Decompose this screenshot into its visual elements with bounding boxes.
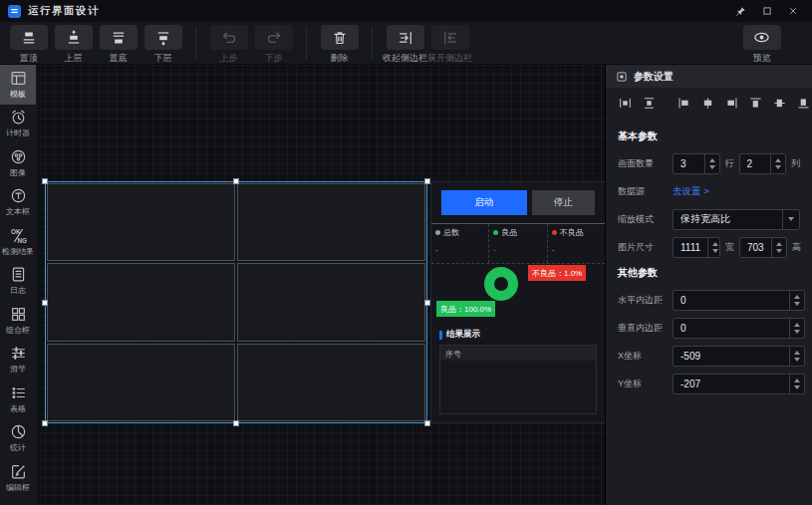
align-bottom-icon[interactable] [797, 97, 810, 110]
datasource-settings-link[interactable]: 去设置 > [673, 185, 709, 198]
y-coordinate-spinner[interactable] [789, 375, 804, 393]
rows-stepper[interactable]: 3 [673, 153, 720, 174]
image-height-spinner[interactable] [771, 238, 786, 257]
selected-template-element[interactable] [45, 181, 427, 423]
image-width-spinner[interactable] [707, 238, 722, 257]
start-button[interactable]: 启动 [441, 190, 527, 215]
resize-handle-nw[interactable] [42, 178, 48, 184]
spin-up-icon[interactable] [794, 351, 800, 355]
align-center-horizontal-icon[interactable] [701, 97, 714, 110]
preview-button[interactable]: 预览 [739, 25, 784, 65]
spin-down-icon[interactable] [775, 165, 781, 169]
x-coordinate-spinner[interactable] [789, 347, 804, 366]
align-center-vertical-icon[interactable] [773, 97, 786, 110]
spin-down-icon[interactable] [794, 385, 800, 389]
spin-down-icon[interactable] [794, 330, 800, 334]
sidebar-item-text-box[interactable]: 文本框 [0, 183, 36, 223]
spin-up-icon[interactable] [775, 158, 781, 162]
template-cell[interactable] [47, 183, 235, 261]
sidebar-item-statistics[interactable]: 统计 [0, 419, 36, 459]
template-cell[interactable] [237, 344, 425, 421]
layer-down-label: 下层 [154, 52, 172, 65]
sidebar-item-detection-result[interactable]: OKNG 检测结果 [0, 222, 36, 262]
bring-to-front-icon [10, 25, 48, 50]
template-cell[interactable] [47, 263, 235, 341]
image-width-stepper[interactable]: 1111 [673, 237, 720, 258]
run-control-widget[interactable]: 启动 停止 总数 - 良品 - 不良品 - [430, 181, 606, 423]
sidebar-item-slider[interactable]: 滑竿 [0, 341, 36, 380]
sidebar-item-output-box[interactable] [0, 498, 36, 505]
undo-button[interactable]: 上步 [206, 25, 251, 65]
expand-sidebar-button[interactable]: 展开侧边栏 [427, 25, 472, 65]
bring-to-front-button[interactable]: 置顶 [6, 25, 51, 65]
sidebar-item-timer[interactable]: 计时器 [0, 105, 36, 144]
spin-up-icon[interactable] [794, 295, 800, 299]
close-icon[interactable] [788, 6, 798, 16]
spin-down-icon[interactable] [709, 165, 715, 169]
image-height-stepper[interactable]: 703 [739, 237, 787, 258]
resize-handle-e[interactable] [424, 300, 430, 306]
spin-up-icon[interactable] [794, 379, 800, 382]
stat-label: 总数 [443, 227, 459, 238]
resize-handle-ne[interactable] [424, 178, 430, 184]
sidebar-item-label: 文本框 [6, 206, 30, 217]
align-top-icon[interactable] [749, 97, 762, 110]
spin-up-icon[interactable] [776, 242, 782, 246]
stop-button[interactable]: 停止 [532, 190, 595, 215]
delete-label: 删除 [331, 52, 349, 65]
x-coordinate-stepper[interactable]: -509 [673, 346, 805, 367]
resize-handle-s[interactable] [233, 420, 239, 426]
redo-button[interactable]: 下步 [251, 25, 296, 65]
rows-spinner[interactable] [704, 154, 719, 173]
v-padding-spinner[interactable] [789, 319, 804, 338]
cols-stepper[interactable]: 2 [739, 153, 787, 174]
layer-up-button[interactable]: 上层 [51, 25, 96, 65]
template-cell[interactable] [237, 183, 425, 261]
sidebar-item-image[interactable]: 图像 [0, 143, 36, 183]
sidebar-item-edit-box[interactable]: 编辑框 [0, 458, 36, 498]
resize-handle-se[interactable] [424, 420, 430, 426]
distribute-horizontal-icon[interactable] [619, 97, 632, 110]
spin-up-icon[interactable] [794, 323, 800, 327]
app-window: 运行界面设计 置顶 上层 [0, 0, 812, 505]
align-right-icon[interactable] [725, 97, 738, 110]
design-canvas[interactable]: 启动 停止 总数 - 良品 - 不良品 - [36, 65, 606, 505]
sidebar-item-template[interactable]: 模板 [0, 65, 36, 105]
y-coordinate-stepper[interactable]: -207 [673, 374, 805, 394]
result-table: 序号 [439, 345, 597, 414]
sidebar-item-table[interactable]: 表格 [0, 379, 36, 419]
v-padding-stepper[interactable]: 0 [673, 318, 805, 339]
sidebar-item-combo-box[interactable]: 组合框 [0, 301, 36, 341]
template-cell[interactable] [47, 344, 235, 421]
h-padding-spinner[interactable] [789, 291, 804, 310]
component-sidebar: 模板 计时器 图像 文本框 OKNG 检测结果 日志 [0, 65, 36, 505]
redo-label: 下步 [265, 52, 283, 65]
h-padding-stepper[interactable]: 0 [673, 290, 805, 311]
sidebar-item-log[interactable]: 日志 [0, 262, 36, 302]
delete-button[interactable]: 删除 [317, 25, 362, 65]
spin-up-icon[interactable] [712, 242, 718, 246]
spin-down-icon[interactable] [794, 358, 800, 362]
spin-up-icon[interactable] [709, 158, 715, 162]
spin-down-icon[interactable] [794, 302, 800, 306]
titlebar: 运行界面设计 [0, 0, 812, 22]
resize-handle-w[interactable] [42, 300, 48, 306]
spin-down-icon[interactable] [712, 249, 718, 253]
maximize-icon[interactable] [762, 6, 772, 16]
pin-icon[interactable] [735, 6, 746, 17]
send-to-back-button[interactable]: 置底 [96, 25, 140, 65]
layer-down-button[interactable]: 下层 [140, 25, 185, 65]
distribute-vertical-icon[interactable] [643, 97, 656, 110]
undo-icon [210, 25, 248, 50]
template-cell[interactable] [237, 263, 425, 341]
align-left-icon[interactable] [677, 97, 690, 110]
collapse-sidebar-button[interactable]: 收起侧边栏 [383, 25, 427, 65]
resize-handle-n[interactable] [233, 178, 239, 184]
panel-header: 参数设置 [606, 65, 812, 88]
resize-handle-sw[interactable] [42, 420, 48, 426]
basic-params-title: 基本参数 [618, 129, 805, 143]
spin-down-icon[interactable] [776, 249, 782, 253]
cols-spinner[interactable] [770, 154, 785, 173]
scale-mode-select[interactable]: 保持宽高比 [673, 209, 800, 230]
preview-label: 预览 [753, 52, 771, 65]
